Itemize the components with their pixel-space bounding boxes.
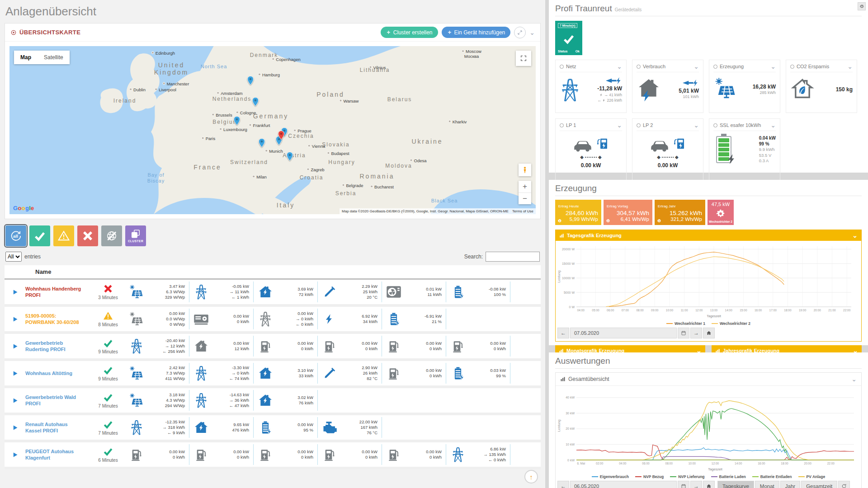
- chevron-down-icon[interactable]: ⌄: [617, 63, 622, 70]
- view-button-tageskurve[interactable]: Tageskurve: [717, 481, 754, 488]
- chevron-down-icon[interactable]: ⌄: [617, 122, 622, 128]
- view-button-gesamtzeit[interactable]: Gesamtzeit: [801, 481, 837, 488]
- row-name[interactable]: Wohnhaus HandenbergPROFI: [25, 286, 91, 298]
- chevron-down-icon[interactable]: ⌄: [693, 122, 699, 128]
- refresh-button[interactable]: [838, 481, 850, 488]
- row-name[interactable]: Renault AutohausKassel PROFI: [25, 421, 91, 434]
- map-pin[interactable]: [285, 151, 295, 161]
- legend-item[interactable]: Eigenverbrauch: [592, 474, 629, 479]
- device-value: 4.3 W/Wp: [165, 398, 185, 403]
- view-button-monat[interactable]: Monat: [755, 481, 779, 488]
- pegman-control[interactable]: [519, 164, 531, 176]
- legend-item[interactable]: NVP Lieferung: [670, 474, 704, 479]
- stat-card[interactable]: Ertrag Vortag304,57 kWh6,41 Wh/Wp: [604, 200, 652, 225]
- home-button[interactable]: [703, 328, 715, 338]
- settings-button[interactable]: [858, 2, 866, 10]
- play-icon[interactable]: [12, 451, 19, 458]
- map-pin[interactable]: [245, 75, 255, 85]
- map-attribution-text: Map data ©2020 GeoBasis-DE/BKG (©2009), …: [342, 209, 509, 213]
- next-day-button[interactable]: →: [690, 328, 702, 338]
- name-column-header[interactable]: Name: [35, 268, 51, 275]
- row-name[interactable]: 51909-00005:POWRBANK 30-60/208: [25, 313, 91, 325]
- date-input[interactable]: [570, 328, 677, 338]
- row-name[interactable]: PEUGEOT AutohausKlagenfurt: [25, 448, 91, 461]
- play-icon[interactable]: [12, 343, 19, 350]
- add-device-button[interactable]: Ein Gerät hinzufügen: [442, 27, 511, 38]
- filter-cluster[interactable]: CLUSTER: [125, 225, 146, 246]
- device-card-title: Verbrauch: [643, 64, 665, 69]
- map-pin[interactable]: [232, 116, 242, 126]
- map-pin[interactable]: [276, 130, 286, 140]
- home-icon: [706, 483, 712, 488]
- filter-offline[interactable]: [101, 225, 122, 246]
- filter-warning[interactable]: [53, 225, 74, 246]
- next-day-button[interactable]: →: [690, 481, 702, 488]
- prev-day-button[interactable]: ←: [557, 481, 569, 488]
- stat-card-inverter[interactable]: 47,5 kWWechselrichter 2: [708, 200, 734, 225]
- date-input[interactable]: [570, 481, 677, 488]
- stat-card[interactable]: Ertrag Jahr15.262 kWh321,2 Wh/Wp: [655, 200, 705, 225]
- chevron-down-icon[interactable]: ⌄: [770, 63, 776, 70]
- device-value: 95 %: [297, 427, 313, 433]
- device-icon-wrap: [256, 337, 274, 356]
- zoom-in-button[interactable]: +: [519, 181, 531, 192]
- device-cell-ev: 0.00 kW0 kWh: [446, 336, 510, 357]
- play-icon[interactable]: [12, 316, 19, 323]
- device-value: 99 %: [490, 373, 506, 379]
- tagesgrafik-header[interactable]: Tagesgrafik Erzeugung ⌄: [556, 230, 861, 241]
- calendar-button[interactable]: [678, 328, 689, 338]
- create-cluster-button[interactable]: Cluster erstellen: [381, 27, 438, 38]
- stat-card-label: Ertrag Vortag: [607, 204, 628, 208]
- play-icon[interactable]: [12, 289, 19, 296]
- legend-item[interactable]: Wechselrichter 1: [666, 321, 705, 326]
- search-input[interactable]: [486, 252, 540, 262]
- legend-item[interactable]: PV Anlage: [798, 474, 826, 479]
- device-icon-wrap: [256, 445, 274, 464]
- zoom-out-button[interactable]: −: [519, 192, 531, 204]
- map-type-map[interactable]: Map: [14, 51, 38, 64]
- chevron-down-icon[interactable]: ⌄: [851, 376, 857, 382]
- map-pin[interactable]: [257, 138, 267, 148]
- ev-icon: [451, 339, 465, 353]
- prev-day-button[interactable]: ←: [557, 328, 569, 338]
- play-icon[interactable]: [12, 424, 19, 431]
- filter-error[interactable]: [77, 225, 98, 246]
- device-icon-wrap: [560, 77, 580, 103]
- collapse-card-chevron[interactable]: ⌄: [529, 29, 535, 36]
- play-icon[interactable]: [12, 370, 19, 377]
- chevron-down-icon[interactable]: ⌄: [852, 232, 858, 239]
- calendar-button[interactable]: [678, 481, 689, 488]
- device-cell-fan: 0.01 kW11 kWh: [382, 282, 446, 302]
- entries-select[interactable]: All: [5, 252, 22, 262]
- chevron-down-icon[interactable]: ⌄: [770, 122, 776, 128]
- map-fullscreen-button[interactable]: [516, 51, 531, 66]
- google-map[interactable]: United KingdomIrelandFranceGermanyPoland…: [9, 46, 536, 214]
- svg-text:06:00: 06:00: [607, 309, 614, 312]
- device-icon-wrap: [385, 337, 403, 356]
- status-tile[interactable]: 7 Minute(n) Status Ok: [555, 21, 582, 55]
- scroll-to-top-button[interactable]: ↑: [524, 470, 538, 483]
- stat-card[interactable]: Ertrag Heute284,60 kWh5,99 Wh/Wp: [555, 200, 601, 225]
- legend-item[interactable]: NVP Bezug: [635, 474, 664, 479]
- legend-item[interactable]: Batterie Laden: [711, 474, 746, 479]
- map-label: Odesa: [410, 159, 427, 164]
- chevron-down-icon[interactable]: ⌄: [847, 63, 853, 70]
- gesamtuebersicht-header[interactable]: Gesamtübersicht ⌄: [556, 373, 861, 386]
- home-button[interactable]: [703, 481, 715, 488]
- legend-item[interactable]: Batterie Entladen: [752, 474, 792, 479]
- row-name[interactable]: Wohnhaus Altötting: [25, 370, 91, 376]
- device-values: 0.00 kW0 kWh: [362, 449, 382, 460]
- map-terms-link[interactable]: Terms of Use: [512, 209, 533, 213]
- filter-all[interactable]: [5, 225, 26, 246]
- row-name[interactable]: Gewerbebetrieb WaldPROFI: [25, 394, 91, 407]
- row-name[interactable]: GewerbebetriebRuderting PROFI: [25, 340, 91, 352]
- expand-card-button[interactable]: [514, 27, 526, 38]
- play-icon[interactable]: [12, 397, 19, 404]
- view-button-jahr[interactable]: Jahr: [780, 481, 800, 488]
- device-value: → 0 kWh: [229, 371, 249, 376]
- chevron-down-icon[interactable]: ⌄: [693, 63, 699, 70]
- map-type-satellite[interactable]: Satellite: [38, 51, 70, 64]
- map-pin[interactable]: [250, 97, 260, 107]
- filter-ok[interactable]: [29, 225, 50, 246]
- legend-item[interactable]: Wechselrichter 2: [712, 321, 750, 326]
